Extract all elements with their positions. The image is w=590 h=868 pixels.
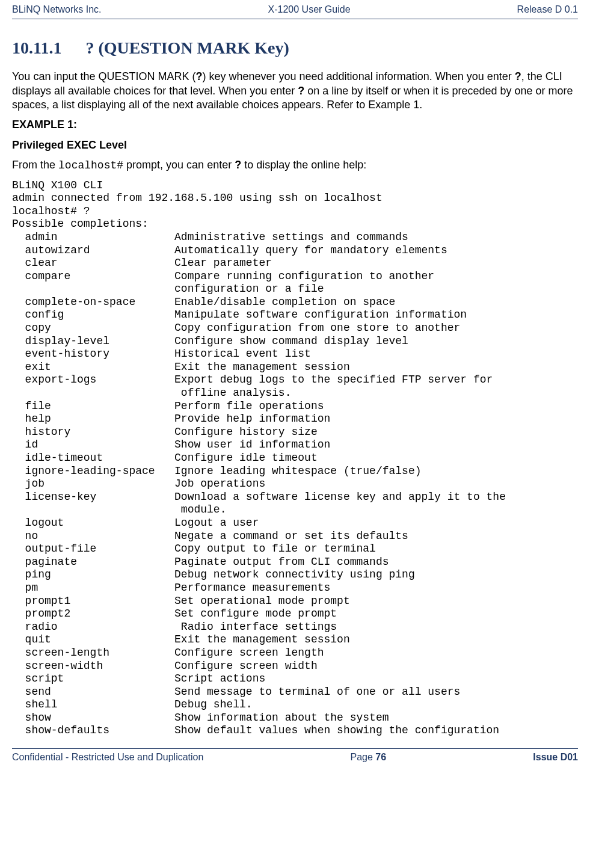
prompt-instruction: From the localhost# prompt, you can ente…: [12, 158, 578, 173]
page-footer: Confidential - Restricted Use and Duplic…: [12, 748, 578, 766]
footer-left: Confidential - Restricted Use and Duplic…: [12, 751, 203, 764]
header-right: Release D 0.1: [517, 4, 578, 16]
text-fragment: to display the online help:: [241, 159, 366, 171]
question-mark-bold: ?: [235, 159, 241, 171]
question-mark-bold: ?: [298, 85, 304, 97]
intro-paragraph: You can input the QUESTION MARK (?) key …: [12, 70, 578, 112]
text-fragment: From the: [12, 159, 58, 171]
text-fragment: prompt, you can enter: [123, 159, 235, 171]
page-number: 76: [375, 752, 386, 762]
footer-right: Issue D01: [533, 751, 578, 764]
level-label: Privileged EXEC Level: [12, 138, 578, 152]
page-header: BLiNQ Networks Inc. X-1200 User Guide Re…: [12, 0, 578, 19]
section-number: 10.11.1: [12, 38, 61, 57]
page-prefix: Page: [351, 752, 376, 762]
text-fragment: ) key whenever you need additional infor…: [202, 70, 514, 82]
footer-page: Page 76: [351, 751, 387, 764]
cli-output: BLiNQ X100 CLI admin connected from 192.…: [12, 179, 578, 738]
header-center: X-1200 User Guide: [268, 4, 351, 16]
example-label: EXAMPLE 1:: [12, 118, 578, 132]
question-mark-bold: ?: [515, 70, 521, 82]
header-left: BLiNQ Networks Inc.: [12, 4, 101, 16]
section-title-text: ? (QUESTION MARK Key): [85, 38, 289, 57]
prompt-mono: localhost#: [58, 159, 123, 171]
text-fragment: You can input the QUESTION MARK (: [12, 70, 195, 82]
section-heading: 10.11.1? (QUESTION MARK Key): [12, 37, 578, 59]
question-mark-bold: ?: [195, 70, 202, 82]
